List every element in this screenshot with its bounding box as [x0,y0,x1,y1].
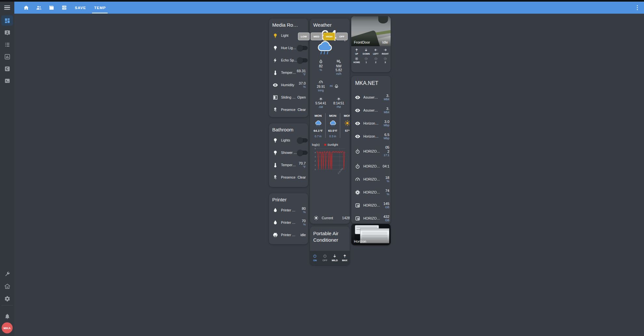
sidebar-item-c-app[interactable] [1,63,13,74]
entity-row-horizon-boot-time: HORIZO… 05 217:1 [351,143,391,160]
ac-button-label: OFF [322,259,327,262]
ptz-button-label: 3 [384,61,386,63]
entity-label: Temper… [281,163,298,167]
sidebar-notifications-button[interactable] [0,311,14,321]
server-icon [61,5,67,11]
horizon-screen-image[interactable]: Horizon [351,224,391,245]
entity-unit: 17:1 [383,154,389,157]
sidebar-settings-button[interactable] [0,294,14,303]
entity-unit: °F [299,165,306,168]
sidebar-tools-button[interactable] [0,269,14,279]
light-high-button[interactable]: HIGH [323,33,335,40]
ac-on-button[interactable]: ON [310,251,320,265]
eye-icon [355,108,360,113]
speedometer-icon [355,177,360,182]
toggle-knob [297,57,303,63]
gear-icon [4,296,10,302]
ptz-left-button[interactable]: LEFT [371,48,381,55]
sunlight-chart-plot: 0123452:00 PM [312,146,347,176]
current-label: Current [322,216,342,220]
ptz-home-button[interactable]: HOME [352,57,361,64]
ptz-right-button[interactable]: RIGHT [381,48,390,55]
sidebar-item-terminal[interactable] [1,75,13,86]
arrow-down-icon [333,254,337,258]
power-icon [313,254,317,258]
entity-unit: % [385,193,389,196]
entity-label: Asuswr… [363,108,383,112]
nav-media-button[interactable] [48,2,55,14]
arrow-up-icon [355,48,358,52]
ptz-button-label: DOWN [363,53,370,55]
wind-unit: mi/h [336,72,341,75]
forecast-day-1: MON 64.1°F 0.7 in [311,113,325,138]
ptz-preset-2-button[interactable]: 2 [371,57,381,64]
user-avatar[interactable]: MKA [2,322,13,333]
ptz-up-button[interactable]: UP [352,48,361,55]
entity-value: 69.31 [297,69,306,73]
eye-icon [355,121,360,126]
entity-unit: Mbit [384,98,389,101]
sidebar-item-dashboard[interactable] [1,15,13,26]
entity-value: 80 [302,207,306,211]
light-off-button[interactable]: OFF [336,33,348,40]
ac-button-label: ON [313,259,317,262]
ptz-button-label: UP [355,53,358,55]
entity-value: 70.7 [299,161,306,166]
ptz-preset-1-button[interactable]: 1 [361,57,371,64]
entity-row-horizon-cpu: HORIZO… 18% [351,173,391,186]
forecast-day-label: MON [329,114,336,117]
tab-save[interactable]: SAVE [74,2,87,14]
tab-temp[interactable]: TEMP [93,2,106,14]
humidity-unit: % [320,68,322,72]
nav-people-button[interactable] [36,2,42,14]
sunrise-cell: 5:54:41 AM [312,96,330,109]
sunset-meridiem: PM [337,105,341,109]
bathroom-lights-toggle[interactable] [298,138,308,142]
hard-drive-icon [355,203,360,208]
front-door-camera-image[interactable]: FrontDoor Idle [351,16,391,46]
light-med-button[interactable]: MED [311,33,322,40]
entity-label: Humidity [281,83,298,87]
nav-server-button[interactable] [61,2,67,14]
entity-label: Printer … [281,221,301,224]
entity-value: Clear [298,108,306,112]
forecast-temp: 63.5°F [328,129,337,132]
sidebar-home-repair-button[interactable] [0,281,14,291]
wind-cell: NW 5.82 mi/h [330,59,348,75]
hue-light-toggle[interactable] [298,46,308,50]
entity-row-sliding-door: Sliding … Open [269,91,308,103]
entity-value: idle [301,233,306,237]
chip-icon [355,190,360,195]
nav-home-button[interactable] [23,2,29,14]
entity-label: HORIZO… [363,216,382,220]
light-low-button[interactable]: LOW [298,33,310,40]
entity-row-horizon-tx: Horizon… 6.5Mbp [351,130,391,143]
entity-value: 05 2 [383,145,389,154]
lightbulb-icon [273,45,278,51]
arrow-left-icon [374,48,378,52]
sidebar-item-assistant[interactable] [1,27,13,38]
sidebar-item-list[interactable] [1,39,13,50]
echo-toggle[interactable] [298,58,308,62]
hamburger-menu-button[interactable] [0,2,14,14]
entity-label: HORIZO… [363,149,382,153]
ptz-down-button[interactable]: DOWN [361,48,371,55]
ac-max-button[interactable]: MAX [340,251,350,265]
entity-value: 74 [385,189,389,193]
legend-swatch [324,144,326,146]
bell-icon [4,313,10,319]
ac-off-button[interactable]: OFF [320,251,330,265]
ink-drop-icon [273,208,278,213]
shower-toggle[interactable] [298,151,308,155]
ac-mild-button[interactable]: MILD [330,251,340,265]
humidity-value: 82 [319,64,323,68]
entity-unit: % [302,223,306,226]
overflow-menu-button[interactable] [636,4,639,12]
entity-row-horizon-memory: HORIZO… 74% [351,186,391,199]
entity-row-lights: Lights [269,134,308,146]
entity-unit: % [302,210,306,214]
ptz-preset-3-button[interactable]: 3 [381,57,390,64]
camera-status: Idle [382,40,388,44]
dashboard-icon [4,18,10,24]
sidebar-item-charts[interactable] [1,51,13,62]
